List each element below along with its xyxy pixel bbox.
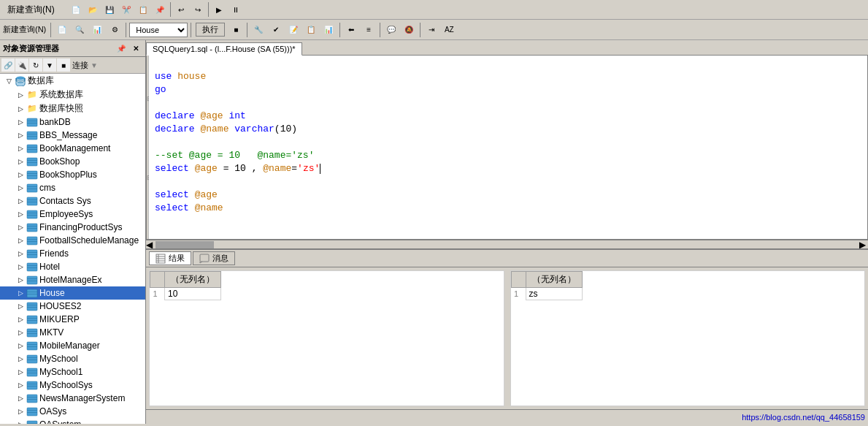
tree-item-friends[interactable]: ▷ Friends (0, 247, 145, 260)
toolbar-icon-3[interactable]: 💾 (101, 1, 118, 18)
expand-BookShop[interactable]: ▷ (15, 156, 26, 167)
tree-item-bookmanagement[interactable]: ▷ BookManagement (0, 142, 145, 155)
toolbar-icon-4[interactable]: ✂️ (118, 1, 134, 18)
comment-btn[interactable]: 💬 (383, 22, 399, 38)
expand-NewsManagerSystem[interactable]: ▷ (15, 392, 26, 404)
expand-OASystem[interactable]: ▷ (15, 419, 26, 424)
toolbar-icon-10[interactable]: ⏸ (228, 1, 244, 18)
results-btn[interactable]: 📊 (320, 22, 337, 38)
expand-Friends[interactable]: ▷ (15, 248, 26, 259)
tree-item-myschoolsys[interactable]: ▷ MySchoolSys (0, 379, 145, 392)
tree-item-bookshopplus[interactable]: ▷ BookShopPlus (0, 168, 145, 181)
tree-item-employeesys[interactable]: ▷ EmployeeSys (0, 208, 145, 221)
toolbar-icon-7[interactable]: ↩ (173, 1, 189, 18)
tree-item-bbs_message[interactable]: ▷ BBS_Message (0, 129, 145, 142)
tree-item-financingproductsys[interactable]: ▷ FinancingProductSys (0, 221, 145, 234)
query-tab[interactable]: SQLQuery1.sql - (l...F.House (SA (55)))* (146, 42, 302, 56)
expand-BBS_Message[interactable]: ▷ (15, 129, 26, 141)
debug-btn[interactable]: 🔧 (250, 22, 266, 38)
expand-HOUSES2[interactable]: ▷ (15, 300, 26, 312)
collapse-marker-1[interactable]: ⊟ (147, 95, 148, 108)
expand-MIKUERP[interactable]: ▷ (15, 313, 26, 325)
tb-btn-3[interactable]: 📊 (89, 22, 105, 38)
tree-item-myschool[interactable]: ▷ MySchool (0, 352, 145, 365)
expand-MKTV[interactable]: ▷ (15, 327, 26, 338)
display-btn[interactable]: 📋 (303, 22, 319, 38)
toolbar-icon-5[interactable]: 📋 (135, 1, 151, 18)
databases-root[interactable]: ▽ 数据库 (0, 74, 145, 88)
expand-Hotel[interactable]: ▷ (15, 261, 26, 273)
tb-btn-1[interactable]: 📄 (54, 22, 70, 38)
system-db-item[interactable]: ▷ 📁 系统数据库 (0, 88, 145, 102)
tree-item-mktv[interactable]: ▷ MKTV (0, 326, 145, 339)
db-expand-icon[interactable]: ▽ (3, 75, 15, 87)
tree-item-hotel[interactable]: ▷ Hotel (0, 260, 145, 273)
db-snapshot-item[interactable]: ▷ 📁 数据库快照 (0, 102, 145, 115)
database-dropdown[interactable]: House (129, 23, 188, 37)
expand-MobileManager[interactable]: ▷ (15, 340, 26, 351)
tree-item-newsmanagersystem[interactable]: ▷ NewsManagerSystem (0, 392, 145, 405)
filter-btn[interactable]: ▼ (43, 58, 56, 72)
expand-Contacts Sys[interactable]: ▷ (15, 195, 26, 207)
code-editor[interactable]: use house go declare @age int declare @n… (149, 56, 867, 239)
tb-btn-4[interactable]: ⚙ (107, 22, 123, 38)
parse-btn[interactable]: 📝 (285, 22, 302, 38)
expand-FinancingProductSys[interactable]: ▷ (15, 221, 26, 233)
expand-House[interactable]: ▷ (15, 287, 26, 299)
check-btn[interactable]: ✔ (268, 22, 284, 38)
expand-BookShopPlus[interactable]: ▷ (15, 169, 26, 180)
tree-item-cms[interactable]: ▷ cms (0, 181, 145, 194)
h-scrollbar[interactable]: ◀ ▶ (146, 240, 868, 248)
connect-arrow[interactable]: ▼ (91, 61, 98, 69)
toolbar-icon-8[interactable]: ↪ (190, 1, 206, 18)
az-btn[interactable]: AZ (441, 22, 457, 38)
scroll-track[interactable] (155, 240, 859, 249)
disconnect-btn[interactable]: 🔌 (15, 58, 28, 72)
tree-item-footballschedulemanage[interactable]: ▷ FootballScheduleManage (0, 234, 145, 247)
expand-HotelManageEx[interactable]: ▷ (15, 274, 26, 286)
toolbar-icon-2[interactable]: 📂 (85, 1, 101, 18)
sys-expand[interactable]: ▷ (15, 89, 26, 101)
tree-item-bookshop[interactable]: ▷ BookShop (0, 155, 145, 168)
connect-label[interactable]: 连接 (72, 60, 88, 71)
tree-item-oasys[interactable]: ▷ OASys (0, 405, 145, 418)
expand-bankDB[interactable]: ▷ (15, 116, 26, 128)
tree-item-mikuerp[interactable]: ▷ MIKUERP (0, 313, 145, 326)
stop-panel-btn[interactable]: ■ (57, 58, 70, 72)
scroll-thumb[interactable] (155, 241, 214, 248)
expand-EmployeeSys[interactable]: ▷ (15, 208, 26, 220)
menu-new-query[interactable]: 新建查询(N) (3, 2, 59, 18)
expand-MySchool[interactable]: ▷ (15, 353, 26, 365)
tree-item-house[interactable]: ▷ House (0, 286, 145, 300)
tree-item-contactssys[interactable]: ▷ Contacts Sys (0, 194, 145, 208)
panel-close-btn[interactable]: ✕ (129, 42, 142, 55)
align-left-btn[interactable]: ⬅ (343, 22, 359, 38)
messages-tab[interactable]: 消息 (193, 251, 235, 265)
tree-item-mobilemanager[interactable]: ▷ MobileManager (0, 339, 145, 352)
tree-item-myschool1[interactable]: ▷ MySchool1 (0, 365, 145, 379)
toolbar-icon-6[interactable]: 📌 (152, 1, 168, 18)
toolbar-icon-1[interactable]: 📄 (68, 1, 84, 18)
execute-button[interactable]: 执行 (196, 23, 225, 37)
refresh-btn[interactable]: ↻ (29, 58, 42, 72)
tree-item-oasystem[interactable]: ▷ OASystem (0, 418, 145, 424)
panel-pin-btn[interactable]: 📌 (115, 42, 128, 55)
tree-item-houses2[interactable]: ▷ HOUSES2 (0, 300, 145, 313)
connect-btn[interactable]: 🔗 (1, 58, 15, 72)
expand-FootballScheduleManage[interactable]: ▷ (15, 235, 26, 246)
tree-item-bankdb[interactable]: ▷ bankDB (0, 115, 145, 129)
uncomment-btn[interactable]: 🔕 (401, 22, 417, 38)
tb-btn-2[interactable]: 🔍 (72, 22, 88, 38)
expand-MySchool1[interactable]: ▷ (15, 366, 26, 378)
results-tab[interactable]: 结果 (149, 251, 191, 265)
indent-btn[interactable]: ⇥ (423, 22, 439, 38)
stop-button[interactable]: ■ (228, 22, 244, 38)
expand-MySchoolSys[interactable]: ▷ (15, 379, 26, 391)
collapse-marker-2[interactable]: ⊟ (147, 174, 148, 187)
snap-expand[interactable]: ▷ (15, 103, 26, 115)
expand-cms[interactable]: ▷ (15, 182, 26, 194)
expand-BookManagement[interactable]: ▷ (15, 142, 26, 154)
toolbar-icon-9[interactable]: ▶ (211, 1, 227, 18)
tree-item-hotelmanageex[interactable]: ▷ HotelManageEx (0, 273, 145, 286)
align-btn2[interactable]: ≡ (361, 22, 377, 38)
